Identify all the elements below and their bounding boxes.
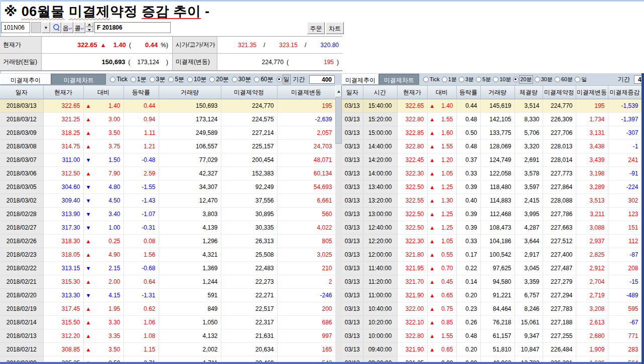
table-row[interactable]: 2018/02/12308.85▲3.501.152,00220,634165 (0, 343, 335, 356)
up-arrow-icon: ▲ (84, 143, 94, 149)
table-row[interactable]: 2018/02/27317.30▼1.00-0.314,13930,3354,0… (0, 221, 335, 235)
table-row[interactable]: 03/1310:40:00322.00▲0.750.2384,4648,2462… (342, 302, 641, 316)
spinner-up-icon[interactable] (86, 22, 93, 27)
table-row[interactable]: 03/1312:40:00322.50▲1.250.39108,4734,287… (342, 221, 641, 235)
table-row[interactable]: 03/1313:20:00322.55▲1.300.40114,8832,415… (342, 194, 641, 208)
table-cell: -67 (608, 316, 641, 329)
table-row[interactable]: 2018/03/12321.25▲3.000.94173,124224,575-… (0, 113, 335, 126)
column-header-현재가[interactable]: 현재가 (43, 86, 83, 99)
option-button[interactable]: 옵↵ (62, 22, 73, 33)
column-header-현재가[interactable]: 현재가 (397, 86, 427, 99)
interval-radio-일[interactable]: 일 (277, 75, 290, 84)
table-row[interactable]: 2018/02/19317.45▲1.950.6284922,517200 (0, 302, 335, 316)
column-header-미결제증감[interactable]: 미결제증감 (608, 86, 641, 99)
symbol-dropdown-button[interactable]: ▼ (42, 22, 50, 33)
table-row[interactable]: 2018/02/22313.15▼2.15-0.681,36922,483210 (0, 262, 335, 275)
tab-oi-trend[interactable]: 미결제추이 (342, 74, 379, 85)
table-row[interactable]: 2018/02/21315.30▲2.000.641,24422,2732 (0, 275, 335, 289)
table-cell: 1.15 (123, 343, 159, 356)
table-row[interactable]: 2018/03/05304.60▼4.80-1.5534,30792,24954… (0, 180, 335, 194)
column-header-거래량[interactable]: 거래량 (159, 86, 221, 99)
interval-radio-1분[interactable]: 1분 (131, 75, 147, 84)
interval-radio-30분[interactable]: 30분 (232, 75, 251, 84)
table-row[interactable]: 03/1309:40:00321.90▲0.650.2051,81010,847… (342, 343, 641, 356)
chart-button[interactable]: 차트 (326, 22, 344, 34)
table-row[interactable]: 2018/03/08314.75▲3.751.21106,557225,1572… (0, 140, 335, 153)
interval-radio-60분[interactable]: 60분 (555, 76, 573, 83)
table-row[interactable]: 2018/03/13322.65▲1.400.44150,693224,7701… (0, 99, 335, 113)
spinner-down-icon[interactable] (86, 27, 93, 32)
table-row[interactable]: 03/1311:20:00321.70▲0.450.1494,5803,3592… (342, 275, 641, 289)
daily-table-scrollbar[interactable] (335, 85, 342, 364)
table-row[interactable]: 2018/03/02309.40▼4.50-1.4312,47037,5566,… (0, 194, 335, 208)
period-input[interactable]: 400 (309, 75, 335, 84)
table-row[interactable]: 03/1313:00:00322.50▲1.250.39112,4683,995… (342, 208, 641, 221)
interval-radio-Tick[interactable]: Tick (423, 76, 440, 82)
interval-radio-10분[interactable]: 10분 (187, 75, 206, 84)
table-row[interactable]: 2018/03/09318.25▲3.501.11249,589227,2142… (0, 126, 335, 140)
interval-radio-20분[interactable]: 20분 (513, 76, 532, 83)
table-row[interactable]: 03/1311:40:00321.95▲0.700.2297,6253,0452… (342, 262, 641, 275)
column-header-등락률[interactable]: 등락률 (456, 86, 480, 99)
symbol-code-input[interactable]: 101N06 (1, 22, 30, 33)
tab-oi-chart[interactable]: 미결제차트 (379, 74, 419, 85)
interval-radio-3분[interactable]: 3분 (459, 76, 474, 83)
table-row[interactable]: 2018/02/23318.05▲4.901.564,32125,5083,02… (0, 248, 335, 262)
interval-radio-5분[interactable]: 5분 (168, 75, 184, 84)
column-header-대비[interactable]: 대비 (83, 86, 123, 99)
interval-radio-3분[interactable]: 3분 (150, 75, 166, 84)
table-row[interactable]: 03/1314:20:00322.45▲1.200.37124,7492,691… (342, 153, 641, 167)
interval-radio-30분[interactable]: 30분 (535, 76, 553, 83)
interval-radio-Tick[interactable]: Tick (110, 76, 127, 83)
call-button[interactable]: 콜↵ (74, 22, 85, 33)
interval-radio-60분[interactable]: 60분 (254, 75, 273, 84)
column-header-일자[interactable]: 일자 (0, 86, 43, 99)
table-row[interactable]: 03/1310:00:00322.80▲1.550.4861,1579,3472… (342, 329, 641, 343)
table-row[interactable]: 03/1314:40:00322.80▲1.550.48128,0693,320… (342, 140, 641, 153)
radio-circle-icon (423, 77, 429, 82)
table-cell: 0.37 (456, 153, 480, 167)
table-row[interactable]: 2018/02/13312.20▲3.351.084,13221,631997 (0, 329, 335, 343)
table-cell: 322.30 (397, 235, 427, 248)
interval-radio-1분[interactable]: 1분 (442, 76, 457, 83)
table-row[interactable]: 03/1315:00:00322.85▲1.600.50133,7755,706… (342, 126, 641, 140)
table-row[interactable]: 03/1314:00:00322.30▲1.050.33122,0583,578… (342, 167, 641, 180)
table-row[interactable]: 2018/03/07311.00▼1.50-0.4877,029200,4544… (0, 153, 335, 167)
column-header-대비[interactable]: 대비 (427, 86, 456, 99)
table-row[interactable]: 03/1311:00:00321.90▲0.650.2091,2216,7572… (342, 289, 641, 302)
order-button[interactable]: 주문 (307, 22, 325, 34)
column-header-등락률[interactable]: 등락률 (123, 86, 159, 99)
table-row[interactable]: 03/1315:20:00322.80▲1.550.48142,1058,330… (342, 113, 641, 126)
interval-radio-10분[interactable]: 10분 (493, 76, 511, 83)
column-header-미결제약정[interactable]: 미결제약정 (221, 86, 277, 99)
interval-radio-일[interactable]: 일 (575, 76, 587, 83)
column-header-거래량[interactable]: 거래량 (480, 86, 514, 99)
table-row[interactable]: 2018/02/20313.30▼4.15-1.3159122,271-246 (0, 289, 335, 302)
table-row[interactable]: 03/1310:20:00322.10▲0.850.2676,21815,061… (342, 316, 641, 329)
table-row[interactable]: 03/1313:40:00322.50▲1.250.39118,4803,597… (342, 180, 641, 194)
table-row[interactable]: 2018/03/06312.50▲7.902.5942,327152,38360… (0, 167, 335, 180)
column-header-일자[interactable]: 일자 (342, 86, 363, 99)
contract-spinner[interactable] (86, 22, 93, 33)
symbol-search-button[interactable] (51, 22, 61, 33)
column-header-미결제약정[interactable]: 미결제약정 (543, 86, 576, 99)
interval-radio-5분[interactable]: 5분 (476, 76, 491, 83)
scrollbar-up-button[interactable] (335, 85, 342, 97)
radio-circle-icon (277, 77, 282, 82)
interval-radio-20분[interactable]: 20분 (209, 75, 228, 84)
scrollbar-thumb[interactable] (335, 98, 342, 144)
table-row[interactable]: 2018/02/28313.90▼3.40-1.073,80330,895560 (0, 208, 335, 221)
column-header-미결제변동[interactable]: 미결제변동 (576, 86, 608, 99)
contract-name-input[interactable]: F 201806 (94, 22, 171, 33)
tab-oi-chart[interactable]: 미결제차트 (51, 74, 106, 85)
table-row[interactable]: 03/1315:40:00322.65▲1.400.44145,6193,514… (342, 99, 641, 113)
tab-oi-trend[interactable]: 미결제추이 (0, 74, 51, 85)
table-row[interactable]: 2018/02/14315.50▲3.301.061,05022,317686 (0, 316, 335, 329)
table-row[interactable]: 2018/02/26318.30▲0.250.081,29626,313805 (0, 235, 335, 248)
column-header-미결제변동[interactable]: 미결제변동 (277, 86, 335, 99)
column-header-체결량[interactable]: 체결량 (514, 86, 543, 99)
table-cell: 322.65 (43, 99, 83, 113)
table-row[interactable]: 03/1312:20:00322.30▲1.050.33104,1863,644… (342, 235, 641, 248)
column-header-시간[interactable]: 시간 (363, 86, 397, 99)
table-row[interactable]: 03/1312:00:00321.80▲0.550.17100,5422,917… (342, 248, 641, 262)
